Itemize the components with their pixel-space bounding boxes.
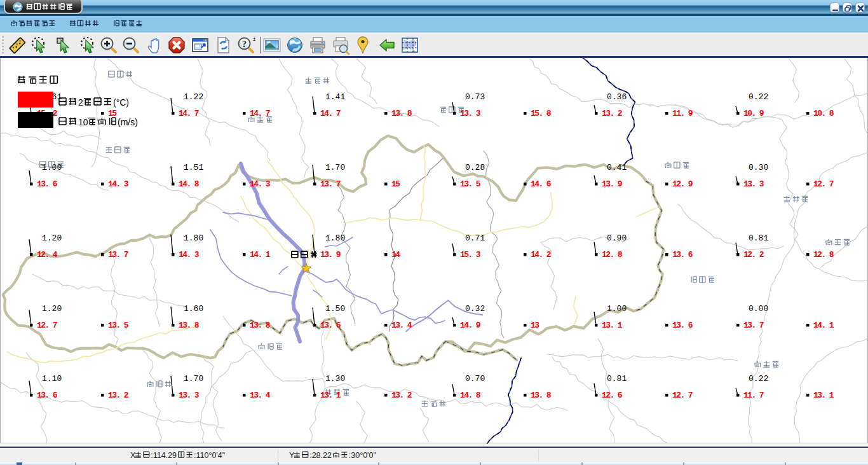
svg-text:X: X bbox=[130, 451, 136, 460]
svg-text:Y: Y bbox=[289, 451, 295, 460]
svg-text::114.29: :114.29 bbox=[151, 451, 177, 460]
svg-text::28.22: :28.22 bbox=[309, 451, 332, 460]
svg-text::30°0'0": :30°0'0" bbox=[349, 451, 376, 460]
svg-text::110°0'4": :110°0'4" bbox=[194, 451, 225, 460]
